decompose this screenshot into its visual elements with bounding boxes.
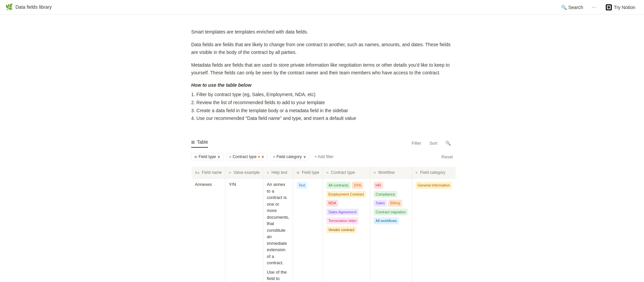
field-type-filter-arrow: ∨ bbox=[217, 154, 220, 159]
cell-field-category: General information bbox=[412, 179, 456, 282]
how-to-use-title: How to use the table below bbox=[191, 82, 453, 89]
more-options-icon: ··· bbox=[592, 4, 596, 10]
how-to-use-section: How to use the table below 1. Filter by … bbox=[191, 82, 453, 123]
field-type-filter-label: Field type bbox=[199, 154, 216, 159]
col-header-help-text: ≡ Help text bbox=[263, 167, 293, 179]
table-label-text: Table bbox=[197, 139, 208, 146]
workflow-col-icon: ≡ bbox=[374, 170, 376, 174]
field-name-col-label: Field name bbox=[202, 170, 222, 175]
field-category-col-label: Field category bbox=[420, 170, 445, 175]
try-notion-button[interactable]: Try Notion bbox=[602, 3, 639, 12]
col-header-field-name: Aa Field name bbox=[192, 167, 225, 179]
col-header-field-type: ⊕ Field type bbox=[293, 167, 323, 179]
field-type-filter-icon: ⊕ bbox=[194, 155, 197, 159]
table-header: Aa Field name ≡ Value example ≡ Help tex… bbox=[192, 167, 456, 179]
cell-contract-type: All contractsDPAEmployment ContractNDASa… bbox=[323, 179, 370, 282]
table-label: ⊞ Table bbox=[191, 139, 208, 148]
col-header-value-example: ≡ Value example bbox=[225, 167, 263, 179]
contract-type-tag: NDA bbox=[326, 200, 338, 207]
list-item: 1. Filter by contract type (eg, Sales, E… bbox=[191, 91, 453, 99]
cell-value-example: Y/N bbox=[225, 179, 263, 282]
table-grid-icon: ⊞ bbox=[191, 139, 195, 146]
help-text-col-label: Help text bbox=[271, 170, 287, 175]
search-button[interactable]: 🔍 Search bbox=[558, 3, 586, 11]
workflow-tag: Sales bbox=[374, 200, 387, 207]
try-notion-label: Try Notion bbox=[614, 5, 635, 10]
value-example-col-icon: ≡ bbox=[229, 170, 231, 174]
help-text-col-icon: ≡ bbox=[267, 170, 269, 174]
list-item: 2. Review the list of recommended fields… bbox=[191, 99, 453, 107]
paragraph-2: Data fields are fields that are likely t… bbox=[191, 41, 453, 56]
contract-type-tag: Vendor contract bbox=[326, 226, 356, 233]
contract-type-col-icon: ≡ bbox=[326, 170, 328, 174]
reset-button[interactable]: Reset bbox=[441, 154, 453, 159]
search-label: Search bbox=[568, 5, 583, 10]
workflow-tag: Billing bbox=[388, 200, 402, 207]
field-category-col-icon: ≡ bbox=[416, 170, 418, 174]
field-category-tag: General information bbox=[416, 182, 452, 189]
more-options-button[interactable]: ··· bbox=[590, 4, 598, 11]
workflow-col-label: Workflow bbox=[378, 170, 395, 175]
contract-type-tag: Sales Agreement bbox=[326, 209, 359, 216]
paragraph-3: Metadata fields are fields that are used… bbox=[191, 61, 453, 76]
contract-type-tag: Termination letter bbox=[326, 217, 359, 224]
filter-button[interactable]: Filter bbox=[410, 139, 423, 147]
notion-logo-icon bbox=[606, 4, 612, 10]
workflow-tag: All workflows bbox=[374, 217, 399, 224]
field-type-col-label: Field type bbox=[302, 170, 319, 175]
table-header-row: ⊞ Table Filter Sort 🔍 bbox=[191, 139, 453, 148]
field-category-filter-chip[interactable]: ≡ Field category ∨ bbox=[270, 153, 309, 160]
topbar-left: 🌿 Data fields library bbox=[5, 4, 52, 11]
contract-type-filter-dot bbox=[258, 156, 260, 158]
table-actions: Filter Sort 🔍 bbox=[410, 139, 453, 147]
sort-button[interactable]: Sort bbox=[427, 139, 439, 147]
contract-type-tag: DPA bbox=[352, 182, 363, 189]
contract-type-filter-chip[interactable]: ≡ Contract type ∨ bbox=[226, 153, 267, 160]
how-to-use-list: 1. Filter by contract type (eg, Sales, E… bbox=[191, 91, 453, 123]
contract-type-filter-icon: ≡ bbox=[229, 155, 231, 159]
field-type-tag: Text bbox=[297, 182, 307, 189]
list-item: 3. Create a data field in the template b… bbox=[191, 107, 453, 115]
cell-workflow: HRComplianceSalesBillingContract migrati… bbox=[370, 179, 412, 282]
main-content: Smart templates are templates enriched w… bbox=[171, 15, 473, 282]
field-name-col-icon: Aa bbox=[195, 170, 199, 174]
content-body: Smart templates are templates enriched w… bbox=[191, 28, 453, 123]
paragraph-1: Smart templates are templates enriched w… bbox=[191, 28, 453, 36]
topbar-right: 🔍 Search ··· Try Notion bbox=[558, 3, 639, 12]
data-table: Aa Field name ≡ Value example ≡ Help tex… bbox=[191, 166, 456, 282]
contract-type-tag: Employment Contract bbox=[326, 191, 366, 198]
col-header-contract-type: ≡ Contract type bbox=[323, 167, 370, 179]
workflow-tag: HR bbox=[374, 182, 383, 189]
cell-field-type: Text bbox=[293, 179, 323, 282]
search-icon: 🔍 bbox=[561, 5, 567, 10]
add-filter-button[interactable]: + Add filter bbox=[312, 153, 336, 160]
workflow-tag: Compliance bbox=[374, 191, 397, 198]
page-title: Data fields library bbox=[15, 4, 52, 11]
contract-type-filter-arrow: ∨ bbox=[261, 154, 264, 159]
field-category-filter-icon: ≡ bbox=[273, 155, 275, 159]
page-icon: 🌿 bbox=[5, 4, 13, 11]
contract-type-filter-label: Contract type bbox=[232, 154, 256, 159]
field-type-filter-chip[interactable]: ⊕ Field type ∨ bbox=[191, 153, 223, 160]
field-category-filter-label: Field category bbox=[276, 154, 302, 159]
contract-type-col-label: Contract type bbox=[331, 170, 355, 175]
col-header-field-category: ≡ Field category bbox=[412, 167, 456, 179]
topbar: 🌿 Data fields library 🔍 Search ··· Try N… bbox=[0, 0, 644, 15]
workflow-tag: Contract migration bbox=[374, 209, 408, 216]
value-example-col-label: Value example bbox=[233, 170, 260, 175]
col-header-workflow: ≡ Workflow bbox=[370, 167, 412, 179]
table-row: AnnexesY/NAn annex to a contract is one … bbox=[192, 179, 456, 282]
table-search-button[interactable]: 🔍 bbox=[443, 139, 453, 147]
field-type-col-icon: ⊕ bbox=[297, 170, 300, 174]
cell-help-text: An annex to a contract is one or more do… bbox=[263, 179, 293, 282]
table-section: ⊞ Table Filter Sort 🔍 ⊕ Field type ∨ ≡ C… bbox=[191, 139, 453, 282]
list-item: 4. Use our recommended "Data field name"… bbox=[191, 115, 453, 123]
field-category-filter-arrow: ∨ bbox=[303, 154, 306, 159]
contract-type-tag: All contracts bbox=[326, 182, 351, 189]
cell-field-name: Annexes bbox=[192, 179, 225, 282]
filters-row: ⊕ Field type ∨ ≡ Contract type ∨ ≡ Field… bbox=[191, 151, 453, 162]
